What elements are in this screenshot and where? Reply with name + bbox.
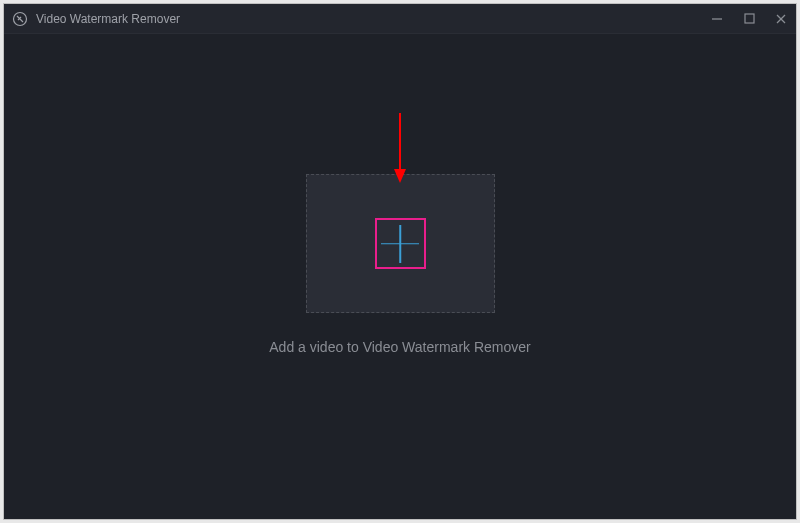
content-area: Add a video to Video Watermark Remover <box>4 34 796 519</box>
instruction-text: Add a video to Video Watermark Remover <box>269 339 530 355</box>
window-controls <box>710 12 788 26</box>
close-button[interactable] <box>774 12 788 26</box>
title-bar: Video Watermark Remover <box>4 4 796 34</box>
maximize-button[interactable] <box>742 12 756 26</box>
arrow-annotation-icon <box>393 113 407 187</box>
add-video-dropzone[interactable] <box>306 174 495 313</box>
app-logo-icon <box>12 11 28 27</box>
svg-rect-2 <box>745 14 754 23</box>
plus-icon <box>381 225 419 263</box>
add-video-highlight-box <box>375 218 426 269</box>
svg-marker-6 <box>394 169 406 183</box>
app-title: Video Watermark Remover <box>36 12 710 26</box>
minimize-button[interactable] <box>710 12 724 26</box>
app-window: Video Watermark Remover <box>3 3 797 520</box>
